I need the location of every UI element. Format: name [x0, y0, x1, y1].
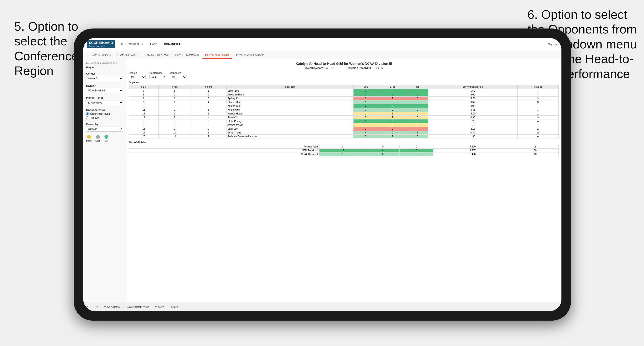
- colour-by-select[interactable]: Win/loss: [86, 127, 123, 132]
- out-div-cell: 0: [366, 149, 400, 153]
- table-cell: 0.38: [428, 116, 518, 119]
- overall-record: Overall Record: 353 - 34 - 6: [305, 66, 338, 69]
- sidebar-colour-by-label: Colour by: [86, 123, 123, 126]
- col-diff: Diff Av Strokes/Rnd: [428, 85, 518, 89]
- out-div-cell: 0: [400, 153, 433, 156]
- radio-opponents-played[interactable]: Opponents Played: [86, 112, 123, 115]
- out-div-row: NCAA Division 25007.40010: [129, 153, 558, 156]
- tab-player-h2h-heatmap[interactable]: PLAYER H2H HEATMAP: [232, 51, 267, 59]
- table-cell: Alexis Sudjianto: [226, 93, 354, 97]
- sidebar-colour-by: Colour by Win/loss: [86, 123, 123, 132]
- table-cell: 4.00: [428, 104, 518, 108]
- main-content: Last Updated: 27/03/2024 04:34 Player Ge…: [83, 59, 562, 302]
- out-div-cell: 30: [512, 149, 558, 153]
- table-cell: 11: [129, 108, 159, 112]
- watch-btn[interactable]: Watch ▾: [155, 305, 165, 308]
- table-cell: [378, 89, 407, 93]
- table-cell: 5: [129, 93, 159, 97]
- table-cell: Sharon Mun: [226, 100, 354, 104]
- sidebar-opponent-view: Opponent view Opponents Played Top 100: [86, 109, 123, 119]
- division-select[interactable]: NCAA Division III: [86, 88, 123, 93]
- filter-conference: Conference (All): [150, 72, 166, 79]
- table-row: 19106Emily Chang4010.3011: [129, 131, 558, 135]
- legend-dot-level: [96, 135, 100, 139]
- out-div-cell: 10: [512, 153, 558, 156]
- opponents-label-row: Opponents:: [129, 81, 558, 84]
- table-cell: 1: [354, 123, 378, 127]
- table-cell: 4: [191, 100, 226, 104]
- table-cell: 2: [158, 93, 191, 97]
- sidebar-player-label: Player: [86, 66, 123, 69]
- save-custom-view-btn[interactable]: Save Custom View: [126, 305, 149, 308]
- out-div-cell: NAIA Division 1: [129, 149, 320, 153]
- out-div-cell: 2: [512, 145, 558, 149]
- table-cell: 2: [191, 93, 226, 97]
- tab-team-h2h-grid[interactable]: TEAM H2H GRID: [114, 51, 140, 59]
- table-cell: Eunice Yi: [226, 116, 354, 119]
- col-opponent: Opponent: [226, 85, 354, 89]
- out-div-cell: Foreign Team: [129, 145, 320, 149]
- share-btn[interactable]: Share: [171, 305, 178, 308]
- table-cell: 4: [518, 119, 558, 123]
- table-cell: 0: [407, 93, 428, 97]
- gender-select[interactable]: Women's: [86, 76, 123, 81]
- table-cell: 1: [354, 119, 378, 123]
- top-nav: SCOREBOARD Powered by clippd TOURNAMENTS…: [83, 38, 562, 50]
- out-div-cell: 0: [366, 153, 400, 156]
- table-cell: 3: [129, 89, 159, 93]
- table-cell: 0: [407, 135, 428, 139]
- table-cell: 1: [354, 112, 378, 116]
- table-row: 914Sharon Mun13.673: [129, 100, 558, 104]
- undo-btn[interactable]: ↩: [87, 305, 89, 308]
- table-cell: Heejo Hyun: [226, 108, 354, 112]
- col-reg: # Reg: [158, 85, 191, 89]
- col-div: # Div: [129, 85, 159, 89]
- table-cell: 0: [378, 104, 407, 108]
- table-cell: 20: [129, 135, 159, 139]
- sign-out[interactable]: | Sign out: [547, 43, 558, 46]
- bottom-toolbar: ↩ · ↪ | View: Original | Save Custom Vie…: [83, 302, 562, 311]
- table-cell: 1.33: [428, 135, 518, 139]
- table-row: 1585Stella Cheng1001.254: [129, 119, 558, 123]
- nav-teams[interactable]: TEAMS: [148, 41, 158, 47]
- tab-team-h2h-heatmap[interactable]: TEAM H2H HEATMAP: [140, 51, 172, 59]
- tab-player-h2h-grid[interactable]: PLAYER H2H GRID: [202, 51, 232, 59]
- table-cell: 5: [191, 119, 226, 123]
- opponent-filter-select[interactable]: (All): [170, 75, 186, 79]
- table-cell: 2: [378, 123, 407, 127]
- table-cell: 4: [191, 116, 226, 119]
- conference-filter-select[interactable]: (All): [150, 75, 166, 79]
- tablet-shell: SCOREBOARD Powered by clippd TOURNAMENTS…: [74, 28, 571, 321]
- sidebar-division: Division NCAA Division III: [86, 84, 123, 93]
- grid-title: Katelyn Vo Head-to-Head Grid for Women's…: [129, 62, 558, 66]
- table-cell: [407, 112, 428, 116]
- table-cell: 2: [354, 104, 378, 108]
- tab-team-summary[interactable]: TEAM SUMMARY: [87, 51, 114, 59]
- tab-player-summary[interactable]: PLAYER SUMMARY: [172, 51, 202, 59]
- nav-tournaments[interactable]: TOURNAMENTS: [120, 41, 142, 47]
- region-filter-select[interactable]: (All): [129, 75, 146, 79]
- redo-btn[interactable]: ↪: [96, 305, 98, 308]
- table-row: 331Esther Lee11.504: [129, 89, 558, 93]
- radio-top100[interactable]: Top 100: [86, 116, 123, 119]
- table-row: 1474Eunice Yi2200.389: [129, 116, 558, 119]
- col-tie: Tie: [407, 85, 428, 89]
- table-cell: Jessica Huang: [226, 112, 354, 116]
- data-table: # Div # Reg # Conf Opponent Win Loss Tie…: [129, 85, 558, 139]
- legend-label-down: Down: [86, 140, 92, 142]
- col-conf: # Conf: [191, 85, 226, 89]
- table-cell: 11: [518, 131, 558, 135]
- legend-label-level: Level: [96, 140, 101, 142]
- table-cell: 0: [407, 123, 428, 127]
- out-div-cell: NCAA Division 2: [129, 153, 320, 156]
- nav-committee[interactable]: COMMITTEE: [164, 41, 181, 47]
- table-cell: 0: [378, 93, 407, 97]
- table-cell: 11: [158, 135, 191, 139]
- player-rank-select[interactable]: 8. Katelyn Vo: [86, 100, 123, 105]
- division-record: Division Record: 331 - 34 - 6: [348, 66, 383, 69]
- out-div-cell: 0: [400, 149, 433, 153]
- table-cell: 10: [158, 131, 191, 135]
- table-cell: 0: [378, 108, 407, 112]
- view-original-btn[interactable]: View: Original: [104, 305, 120, 308]
- table-cell: [378, 100, 407, 104]
